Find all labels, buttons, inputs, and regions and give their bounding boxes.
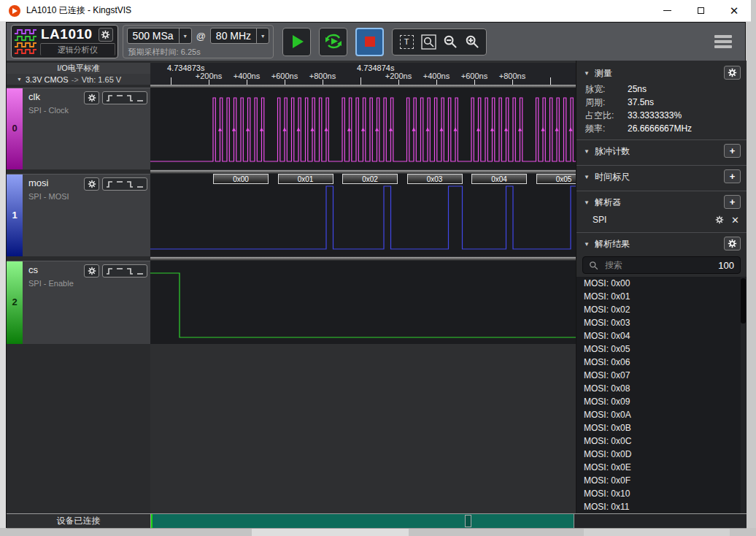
collapse-icon[interactable]: ▼ <box>584 241 590 248</box>
collapse-icon[interactable]: ▼ <box>584 199 590 206</box>
waveform-area: 4.734873s+200ns+400ns+600ns+800ns4.73487… <box>150 61 576 513</box>
decode-result-item[interactable]: MOSI: 0x04 <box>576 329 747 342</box>
statusbar-right <box>574 514 747 528</box>
falling-edge-trigger-icon[interactable] <box>126 267 134 276</box>
close-button[interactable]: ✕ <box>717 0 751 22</box>
menu-button[interactable] <box>714 35 732 48</box>
mosi-waveform-row[interactable]: 0x000x010x020x030x040x05 <box>150 174 576 256</box>
high-level-trigger-icon[interactable] <box>116 93 123 103</box>
taskbar-segment <box>252 528 409 536</box>
position-handle[interactable] <box>465 515 471 527</box>
decode-result-item[interactable]: MOSI: 0x0C <box>576 434 747 448</box>
zoom-in-button[interactable] <box>461 31 483 53</box>
time-ruler-add-button[interactable]: + <box>724 169 741 183</box>
decode-result-item[interactable]: MOSI: 0x07 <box>576 369 747 382</box>
channel-trigger-buttons[interactable] <box>102 264 147 277</box>
channel-trigger-buttons[interactable] <box>102 91 147 104</box>
decode-result-item[interactable]: MOSI: 0x00 <box>576 277 747 290</box>
pulse-count-title: 脉冲计数 <box>595 145 630 158</box>
scrollbar-track[interactable] <box>741 277 746 513</box>
time-ruler-section-header[interactable]: ▼ 时间标尺 + <box>576 167 747 186</box>
scrollbar-thumb[interactable] <box>741 278 746 323</box>
channel-settings-button[interactable] <box>84 264 99 277</box>
collapse-icon[interactable]: ▼ <box>584 70 590 77</box>
label-tool-button[interactable]: T <box>396 31 417 53</box>
rising-edge-trigger-icon[interactable] <box>106 267 113 276</box>
channel-block-clk[interactable]: 0clkSPI - Clock <box>7 88 150 169</box>
decode-result-item[interactable]: MOSI: 0x09 <box>576 395 747 408</box>
device-model: LA1010 <box>41 26 93 42</box>
collapse-icon[interactable]: ▼ <box>584 174 590 180</box>
decode-result-item[interactable]: MOSI: 0x06 <box>576 356 747 369</box>
channel-name: mosi <box>28 177 48 188</box>
collapse-icon[interactable]: ▼ <box>584 148 590 155</box>
zoom-out-button[interactable] <box>439 31 461 53</box>
decode-result-item[interactable]: MOSI: 0x08 <box>576 382 747 395</box>
decoder-add-button[interactable]: + <box>724 195 741 209</box>
results-settings-button[interactable] <box>724 237 741 250</box>
decode-result-item[interactable]: MOSI: 0x10 <box>576 487 747 500</box>
channel-block-mosi[interactable]: 1mosiSPI - MOSI <box>7 174 150 256</box>
divider <box>576 165 747 166</box>
channel-settings-button[interactable] <box>84 177 99 191</box>
device-box[interactable]: LA1010 逻辑分析仪 <box>11 25 118 58</box>
decoder-item[interactable]: SPI ✕ <box>576 212 747 228</box>
stop-button[interactable] <box>355 28 384 56</box>
time-ruler[interactable]: 4.734873s+200ns+400ns+600ns+800ns4.73487… <box>150 63 576 85</box>
falling-edge-trigger-icon[interactable] <box>126 180 134 189</box>
results-section-header[interactable]: ▼ 解析结果 <box>576 234 747 253</box>
channel-block-cs[interactable]: 2csSPI - Enable <box>7 261 150 344</box>
decoder-section-header[interactable]: ▼ 解析器 + <box>576 193 747 212</box>
decode-result-item[interactable]: MOSI: 0x0F <box>576 474 747 487</box>
decode-result-item[interactable]: MOSI: 0x0A <box>576 408 747 421</box>
cs-waveform-row[interactable] <box>150 261 576 344</box>
decode-result-item[interactable]: MOSI: 0x02 <box>576 303 747 316</box>
channel-panel: I/O电平标准 ▼ 3.3V CMOS -> Vth: 1.65 V 0clkS… <box>7 61 150 513</box>
rising-edge-trigger-icon[interactable] <box>106 180 113 189</box>
loop-start-button[interactable] <box>319 28 347 56</box>
start-button[interactable] <box>282 28 311 56</box>
rising-edge-trigger-icon[interactable] <box>106 93 113 103</box>
spi-decode-byte-label: 0x05 <box>536 174 576 184</box>
measure-row: 脉宽: 25ns <box>576 83 747 96</box>
io-level-header[interactable]: I/O电平标准 ▼ 3.3V CMOS -> Vth: 1.65 V <box>7 63 150 85</box>
decode-result-item[interactable]: MOSI: 0x0B <box>576 421 747 434</box>
io-level-selector[interactable]: ▼ 3.3V CMOS -> Vth: 1.65 V <box>7 74 150 85</box>
pulse-count-section-header[interactable]: ▼ 脉冲计数 + <box>576 142 747 161</box>
decode-result-item[interactable]: MOSI: 0x0E <box>576 461 747 474</box>
measure-settings-button[interactable] <box>724 66 741 80</box>
low-level-trigger-icon[interactable] <box>136 93 144 103</box>
low-level-trigger-icon[interactable] <box>136 180 144 189</box>
low-level-trigger-icon[interactable] <box>136 267 144 276</box>
decode-result-item[interactable]: MOSI: 0x0D <box>576 448 747 461</box>
minimize-button[interactable] <box>650 0 684 22</box>
decode-result-item[interactable]: MOSI: 0x01 <box>576 290 747 303</box>
chevron-down-icon[interactable]: ▼ <box>179 28 191 43</box>
channel-trigger-buttons[interactable] <box>102 177 147 191</box>
high-level-trigger-icon[interactable] <box>116 180 123 189</box>
falling-edge-trigger-icon[interactable] <box>126 93 134 103</box>
search-icon <box>589 261 598 270</box>
measure-row: 频率: 26.6666667MHz <box>576 122 747 135</box>
decode-result-item[interactable]: MOSI: 0x05 <box>576 342 747 356</box>
channel-settings-button[interactable] <box>84 91 99 104</box>
io-level-title: I/O电平标准 <box>7 63 150 74</box>
device-settings-button[interactable] <box>99 28 113 42</box>
decoder-remove-icon[interactable]: ✕ <box>731 215 739 226</box>
decoder-settings-icon[interactable] <box>715 215 724 224</box>
maximize-button[interactable] <box>684 0 717 22</box>
sample-rate-dropdown[interactable]: 80 MHz ▼ <box>210 28 269 44</box>
sample-depth-dropdown[interactable]: 500 MSa ▼ <box>127 28 192 44</box>
decode-result-item[interactable]: MOSI: 0x03 <box>576 316 747 329</box>
chevron-down-icon: ▼ <box>17 77 22 82</box>
decode-result-item[interactable]: MOSI: 0x11 <box>576 500 747 513</box>
measure-section-header[interactable]: ▼ 测量 <box>576 64 747 83</box>
zoom-fit-button[interactable] <box>417 31 439 53</box>
text-tool-icon: T <box>400 35 414 49</box>
chevron-down-icon[interactable]: ▼ <box>256 28 269 43</box>
search-bar: 100 <box>582 256 741 274</box>
pulse-count-add-button[interactable]: + <box>724 144 741 158</box>
clk-waveform-row[interactable] <box>150 88 576 169</box>
high-level-trigger-icon[interactable] <box>116 267 123 276</box>
search-input[interactable] <box>603 259 718 271</box>
